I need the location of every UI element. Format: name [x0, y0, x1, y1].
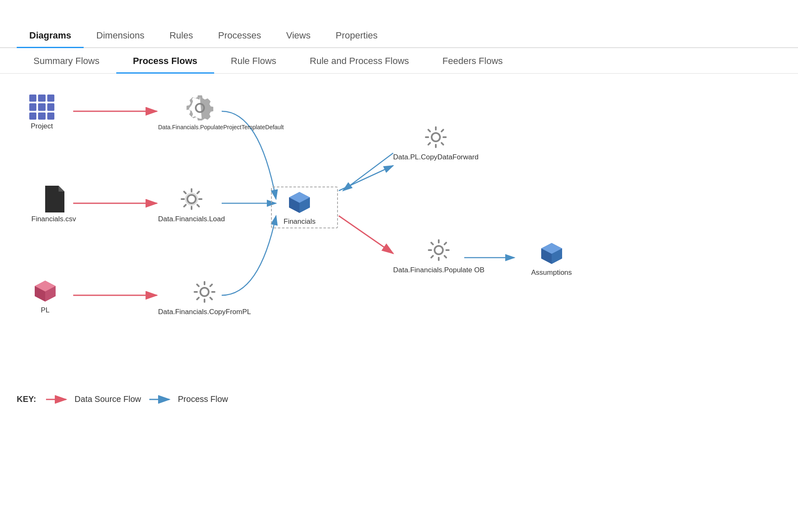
subtab-rule-flows[interactable]: Rule Flows	[214, 48, 293, 74]
populate-project-gear-icon	[187, 95, 213, 121]
load-process-label: Data.Financials.Load	[158, 215, 225, 223]
copy-from-pl-label: Data.Financials.CopyFromPL	[158, 308, 251, 316]
tab-views[interactable]: Views	[274, 25, 323, 48]
project-icon	[29, 95, 54, 120]
top-navigation: Diagrams Dimensions Rules Processes View…	[0, 0, 798, 48]
svg-point-16	[200, 288, 209, 296]
tab-properties[interactable]: Properties	[323, 25, 390, 48]
tab-diagrams[interactable]: Diagrams	[17, 25, 84, 48]
node-assumptions: Assumptions	[531, 241, 572, 277]
svg-line-10	[343, 153, 393, 191]
blue-arrow-key	[149, 395, 174, 404]
node-copy-from-pl: Data.Financials.CopyFromPL	[158, 279, 251, 316]
populate-project-label: Data.Financials.PopulateProjectTemplateD…	[158, 124, 242, 130]
subtab-process-flows[interactable]: Process Flows	[116, 48, 214, 74]
node-financials: Financials	[284, 190, 316, 226]
node-pl: PL	[33, 279, 58, 315]
populate-ob-label: Data.Financials.Populate OB	[393, 266, 484, 274]
svg-point-15	[187, 195, 196, 203]
process-flow-label: Process Flow	[178, 394, 228, 404]
tab-processes[interactable]: Processes	[205, 25, 274, 48]
svg-line-8	[339, 216, 393, 253]
populate-ob-gear-icon	[425, 237, 452, 263]
node-populate-ob: Data.Financials.Populate OB	[393, 237, 484, 274]
financials-label: Financials	[284, 217, 316, 226]
subtab-summary-flows[interactable]: Summary Flows	[17, 48, 116, 74]
node-populate-project: Data.Financials.PopulateProjectTemplateD…	[158, 95, 242, 130]
node-project: Project	[29, 95, 54, 130]
copy-data-forward-label: Data.PL.CopyDataForward	[393, 153, 478, 161]
assumptions-cube-icon	[539, 241, 564, 266]
tab-dimensions[interactable]: Dimensions	[84, 25, 157, 48]
key-process-flow: Process Flow	[149, 394, 228, 404]
data-source-flow-label: Data Source Flow	[74, 394, 141, 404]
svg-point-21	[432, 133, 440, 141]
copy-data-forward-gear-icon	[422, 124, 449, 151]
red-arrow-key	[46, 395, 71, 404]
financials-csv-label: Financials.csv	[31, 215, 76, 223]
key-section: KEY: Data Source Flow	[17, 394, 228, 404]
pl-cube-icon	[33, 279, 58, 304]
assumptions-label: Assumptions	[531, 269, 572, 277]
node-load-process: Data.Financials.Load	[158, 186, 225, 223]
tab-rules[interactable]: Rules	[157, 25, 205, 48]
key-data-source: Data Source Flow	[46, 394, 141, 404]
svg-line-7	[339, 166, 393, 191]
copy-from-pl-gear-icon	[191, 279, 218, 305]
project-label: Project	[31, 122, 53, 130]
financials-cube-icon	[287, 190, 312, 215]
svg-point-22	[435, 246, 443, 254]
subtab-rule-process-flows[interactable]: Rule and Process Flows	[293, 48, 426, 74]
subtab-feeders-flows[interactable]: Feeders Flows	[426, 48, 519, 74]
pl-label: PL	[41, 306, 50, 315]
node-copy-data-forward: Data.PL.CopyDataForward	[393, 124, 478, 161]
node-financials-csv: Financials.csv	[31, 186, 76, 223]
file-icon	[43, 186, 64, 212]
load-process-gear-icon	[178, 186, 205, 212]
sub-navigation: Summary Flows Process Flows Rule Flows R…	[0, 48, 798, 74]
key-label: KEY:	[17, 394, 36, 404]
diagram-area: Project Financials.csv PL Data.Financial…	[0, 74, 798, 429]
